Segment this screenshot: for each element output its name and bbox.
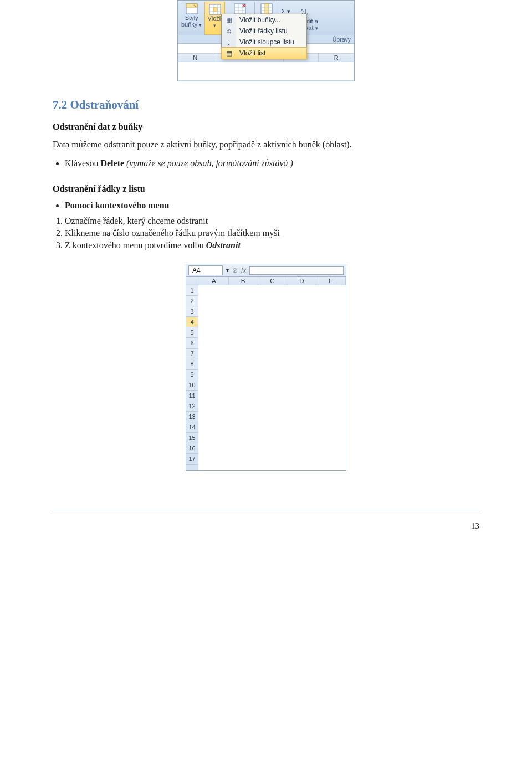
column-headers: A B C D E (186, 277, 346, 285)
autosum-icon[interactable]: Σ ▾ (282, 8, 290, 14)
grid-strip (178, 62, 354, 81)
fx-cancel-icon[interactable]: ⊘ (232, 267, 238, 274)
row-header[interactable]: 6 (186, 338, 198, 349)
body-paragraph: Data můžeme odstranit pouze z aktivní bu… (53, 139, 479, 151)
bullet-item-delete: Klávesou Delete (vymaže se pouze obsah, … (65, 158, 479, 168)
dd-item-vlozit-radky[interactable]: ⎌ Vložit řádky listu (222, 25, 306, 37)
col-header-E[interactable]: E (316, 277, 346, 285)
select-all-corner[interactable] (186, 277, 200, 285)
ribbon-screenshot: Stylybuňky ▾ Vložit▾ Odstranit▾ (177, 0, 355, 81)
figure-context-menu: A4 ▾ ⊘ fx A B C D E 1 2 3 4 5 (53, 264, 479, 471)
step-1: Označíme řádek, který chceme odstranit (65, 216, 479, 226)
bullet-item-contextmenu: Pomocí kontextového menu (65, 201, 479, 211)
menu-item-label: Vložit list (239, 49, 265, 57)
row-header[interactable]: 3 (186, 306, 198, 317)
cell-styles-icon (186, 3, 198, 15)
namebox-dropdown-icon[interactable]: ▾ (226, 267, 229, 273)
sheet-body: 1 2 3 4 5 6 7 8 9 10 11 12 13 14 15 16 1 (186, 285, 346, 470)
fx-icon[interactable]: fx (241, 267, 246, 274)
svg-rect-14 (265, 4, 269, 14)
row-header[interactable]: 17 (186, 454, 198, 465)
insert-cells-icon (209, 3, 221, 16)
row-header[interactable]: 5 (186, 327, 198, 338)
figure-ribbon-insert-menu: Stylybuňky ▾ Vložit▾ Odstranit▾ (53, 0, 479, 81)
row-header[interactable]: 12 (186, 401, 198, 412)
namebox-row: A4 ▾ ⊘ fx (186, 264, 346, 277)
row-header[interactable]: 7 (186, 349, 198, 359)
bullet-bold: Delete (100, 158, 124, 168)
insert-sheet-icon: ▤ (224, 49, 234, 58)
row-header[interactable]: 15 (186, 433, 198, 443)
row-header[interactable]: 9 (186, 370, 198, 380)
insert-cells-small-icon: ▦ (224, 16, 234, 24)
row-header[interactable]: 8 (186, 359, 198, 370)
menu-item-label: Vložit řádky listu (239, 27, 288, 35)
bullet-italic: (vymaže se pouze obsah, formátování zůst… (124, 158, 293, 168)
row-header[interactable]: 11 (186, 391, 198, 401)
insert-rows-icon: ⎌ (224, 27, 234, 35)
ordered-steps: Označíme řádek, který chceme odstranit K… (65, 216, 479, 250)
col-header-R[interactable]: R (319, 54, 354, 62)
dd-item-vlozit-sloupce[interactable]: ⫿ Vložit sloupce listu (222, 37, 306, 48)
row-header[interactable]: 4 (186, 317, 198, 327)
group-title-upravy: Úpravy (329, 35, 354, 43)
col-header-A[interactable]: A (200, 277, 229, 285)
col-header-N[interactable]: N (178, 54, 213, 62)
ribbon-label-vlozit: Vložit▾ (207, 16, 222, 28)
page-number: 13 (0, 511, 532, 536)
step-2: Klikneme na číslo označeného řádku pravý… (65, 228, 479, 238)
dd-item-vlozit-list[interactable]: ▤ Vložit list (221, 47, 307, 59)
dd-item-vlozit-bunky[interactable]: ▦ Vložit buňky... (222, 14, 306, 25)
subheading-odstraneni-dat: Odstranění dat z buňky (53, 122, 479, 132)
formula-bar[interactable] (249, 266, 344, 275)
col-header-C[interactable]: C (258, 277, 288, 285)
name-box[interactable]: A4 (188, 265, 223, 275)
col-header-D[interactable]: D (287, 277, 316, 285)
menu-item-label: Vložit buňky... (239, 16, 280, 24)
col-header-B[interactable]: B (229, 277, 258, 285)
svg-rect-7 (213, 8, 217, 11)
insert-dropdown: ▦ Vložit buňky... ⎌ Vložit řádky listu ⫿… (221, 14, 307, 59)
bullet-text: Klávesou (65, 158, 100, 168)
section-heading: 7.2 Odstraňování (53, 98, 479, 112)
row-header[interactable]: 10 (186, 380, 198, 391)
format-cells-icon (260, 3, 273, 15)
row-numbers-column: 1 2 3 4 5 6 7 8 9 10 11 12 13 14 15 16 1 (186, 285, 198, 470)
footer-rule (53, 510, 479, 510)
row-header[interactable]: 2 (186, 296, 198, 306)
menu-item-label: Vložit sloupce listu (239, 38, 294, 46)
row-header[interactable]: 13 (186, 412, 198, 422)
bullet-list-contextmenu: Pomocí kontextového menu (65, 201, 479, 211)
bullet-list-delete: Klávesou Delete (vymaže se pouze obsah, … (65, 158, 479, 168)
row-header[interactable]: 14 (186, 422, 198, 433)
subheading-odstraneni-radky: Odstranění řádky z listu (53, 184, 479, 194)
step-3: Z kontextového menu potvrdíme volbu Odst… (65, 240, 479, 250)
contextmenu-screenshot: A4 ▾ ⊘ fx A B C D E 1 2 3 4 5 (186, 264, 346, 471)
insert-columns-icon: ⫿ (224, 38, 234, 47)
delete-cells-icon (234, 3, 246, 15)
ribbon-label-styly: Stylybuňky ▾ (181, 15, 202, 28)
ribbon-group-styly[interactable]: Stylybuňky ▾ (179, 2, 204, 35)
row-header[interactable]: 1 (186, 285, 198, 296)
row-header[interactable]: 16 (186, 443, 198, 454)
